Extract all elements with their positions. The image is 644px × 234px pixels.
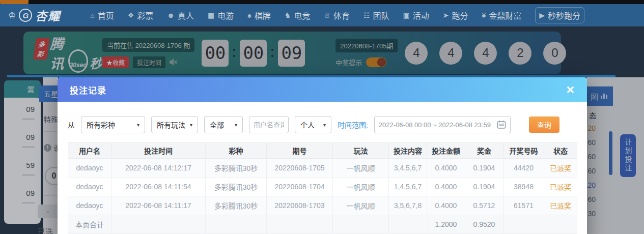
cell-lottery: 多彩腾讯30秒 xyxy=(206,178,267,196)
filter-bar: 从 所有彩种▾ 所有玩法▾ 全部▾ 个人▾ 时间范围: 查询 xyxy=(68,116,577,133)
cell-bet-time: 2022-06-08 14:11:17 xyxy=(111,196,206,215)
nav-label: 彩票 xyxy=(137,9,153,21)
nav-item-lottery[interactable]: ❖彩票 xyxy=(128,9,154,21)
cell-amount: 0.4000 xyxy=(427,159,465,178)
chevron-down-icon: ▾ xyxy=(133,122,139,128)
status-badge: 已派奖 xyxy=(544,159,577,178)
select-value: 所有彩种 xyxy=(87,120,115,130)
nav-label: 金鼎财富 xyxy=(489,9,521,21)
cell-amount: 0.4000 xyxy=(427,178,465,196)
cell-prize: 0.5712 xyxy=(465,196,503,215)
nav-label: 活动 xyxy=(413,9,429,21)
team-icon: ☷ xyxy=(363,11,370,19)
nav-label: 首页 xyxy=(98,9,114,21)
nav-item-runscore[interactable]: ➤跑分 xyxy=(443,9,468,21)
home-icon: ⌂ xyxy=(90,11,94,19)
totals-cell xyxy=(503,215,544,234)
nav-item-home[interactable]: ⌂首页 xyxy=(90,9,114,21)
select-value: 个人 xyxy=(300,120,315,130)
slot-icon: ▦ xyxy=(208,11,214,19)
date-range-input[interactable] xyxy=(379,121,494,129)
col-status: 状态 xyxy=(544,143,577,159)
calendar-icon[interactable] xyxy=(497,120,506,129)
cell-issue: 20220608-1705 xyxy=(267,159,333,178)
screen: ♔ G 杏耀 ⌂首页 ❖彩票 ☻真人 ▦电游 ♠棋牌 ♞电竞 ♕体育 ☷团队 ▣… xyxy=(0,0,644,234)
cell-bet-time: 2022-06-08 14:12:17 xyxy=(111,159,206,178)
totals-cell xyxy=(333,215,389,234)
username-search-input[interactable] xyxy=(249,116,289,133)
status-select[interactable]: 全部▾ xyxy=(204,116,243,133)
cards-icon: ♠ xyxy=(247,11,251,19)
nav-item-sports[interactable]: ♕体育 xyxy=(324,9,350,21)
time-range-label: 时间范围: xyxy=(338,120,368,130)
cell-play: 一帆风顺 xyxy=(333,196,389,215)
modal-header: 投注记录 ✕ xyxy=(58,77,587,102)
totals-cell xyxy=(389,215,427,234)
col-username: 用户名 xyxy=(68,143,111,159)
select-value: 所有玩法 xyxy=(157,120,185,130)
nav-item-wealth[interactable]: ¥金鼎财富 xyxy=(482,9,522,21)
trophy-icon: ♕ xyxy=(324,11,330,19)
totals-cell xyxy=(206,215,267,234)
nav-label: 秒秒跑分 xyxy=(548,9,580,21)
cell-username: dedaoyc xyxy=(68,196,111,215)
chevron-down-icon: ▾ xyxy=(231,122,237,128)
nav-item-fastrun[interactable]: ▶秒秒跑分 xyxy=(535,7,584,23)
nav-item-activity[interactable]: ▣活动 xyxy=(403,9,429,21)
ticket-icon: ❖ xyxy=(128,11,134,19)
cell-bet-time: 2022-06-08 14:11:54 xyxy=(111,178,206,196)
gift-icon: ▣ xyxy=(403,11,410,19)
cell-play: 一帆风顺 xyxy=(333,159,389,178)
col-issue: 期号 xyxy=(267,143,333,159)
close-icon[interactable]: ✕ xyxy=(566,84,575,95)
col-play: 玩法 xyxy=(333,143,389,159)
nav-label: 团队 xyxy=(373,9,389,21)
cell-draw-number: 44420 xyxy=(503,159,544,178)
totals-cell xyxy=(267,215,333,234)
date-range-field[interactable] xyxy=(374,116,511,133)
totals-cell xyxy=(111,215,206,234)
nav-item-team[interactable]: ☷团队 xyxy=(363,9,389,21)
scope-select[interactable]: 个人▾ xyxy=(295,116,331,133)
table-row: dedaoyc 2022-06-08 14:12:17 多彩腾讯30秒 2022… xyxy=(68,159,577,178)
crown-icon: ♔ xyxy=(8,11,16,20)
col-content: 投注内容 xyxy=(389,143,427,159)
nav-label: 电竞 xyxy=(294,9,310,21)
query-button[interactable]: 查询 xyxy=(529,116,559,133)
table-header-row: 用户名 投注时间 彩种 期号 玩法 投注内容 投注金额 奖金 开奖号码 状态 xyxy=(68,143,577,159)
site-logo[interactable]: ♔ G 杏耀 xyxy=(8,7,61,24)
chevron-down-icon: ▾ xyxy=(319,122,326,128)
bet-record-modal: 投注记录 ✕ 从 所有彩种▾ 所有玩法▾ 全部▾ 个人▾ 时间范围: 查询 xyxy=(58,77,587,234)
logo-badge: G xyxy=(19,9,32,22)
cell-content: 3,4,5,6,7 xyxy=(389,159,427,178)
totals-cell xyxy=(544,215,577,234)
cell-prize: 0.1904 xyxy=(465,178,503,196)
nav-menu: ⌂首页 ❖彩票 ☻真人 ▦电游 ♠棋牌 ♞电竞 ♕体育 ☷团队 ▣活动 ➤跑分 … xyxy=(90,7,584,23)
nav-item-boardgames[interactable]: ♠棋牌 xyxy=(247,9,270,21)
top-navbar: ♔ G 杏耀 ⌂首页 ❖彩票 ☻真人 ▦电游 ♠棋牌 ♞电竞 ♕体育 ☷团队 ▣… xyxy=(0,4,644,26)
nav-item-live[interactable]: ☻真人 xyxy=(167,9,194,21)
bet-record-table: 用户名 投注时间 彩种 期号 玩法 投注内容 投注金额 奖金 开奖号码 状态 d… xyxy=(68,142,577,234)
select-value: 全部 xyxy=(210,120,224,130)
table-totals-row: 本页合计 1.2000 0.9520 xyxy=(68,215,577,234)
cell-lottery: 多彩腾讯30秒 xyxy=(206,159,267,178)
lottery-type-select[interactable]: 所有彩种▾ xyxy=(81,116,145,133)
cell-issue: 20220608-1703 xyxy=(267,196,333,215)
cell-lottery: 多彩腾讯30秒 xyxy=(206,196,267,215)
browser-strip xyxy=(0,0,644,4)
cell-draw-number: 61571 xyxy=(503,196,544,215)
modal-title: 投注记录 xyxy=(70,83,106,96)
totals-prize: 0.9520 xyxy=(465,215,503,234)
chevron-down-icon: ▾ xyxy=(186,122,192,128)
nav-label: 棋牌 xyxy=(255,9,271,21)
cell-draw-number: 38948 xyxy=(503,178,544,196)
play-icon: ▶ xyxy=(539,11,545,19)
table-row: dedaoyc 2022-06-08 14:11:17 多彩腾讯30秒 2022… xyxy=(68,196,577,215)
play-type-select[interactable]: 所有玩法▾ xyxy=(151,116,198,133)
nav-item-egames[interactable]: ▦电游 xyxy=(208,9,234,21)
money-icon: ¥ xyxy=(482,11,486,19)
strip-orange-accent xyxy=(0,0,29,4)
status-badge: 已派奖 xyxy=(544,196,577,215)
col-lottery: 彩种 xyxy=(206,143,267,159)
nav-item-esports[interactable]: ♞电竞 xyxy=(285,9,311,21)
